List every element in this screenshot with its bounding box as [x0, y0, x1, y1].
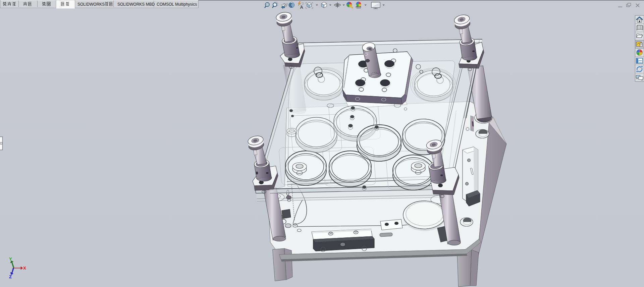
svg-text:Y: Y	[9, 256, 12, 262]
svg-text:SOLIDWORKS MBD: SOLIDWORKS MBD	[117, 2, 155, 7]
svg-text:Z: Z	[9, 274, 12, 279]
svg-text:COMSOL Multiphysics: COMSOL Multiphysics	[157, 2, 197, 7]
svg-text:X: X	[23, 266, 26, 271]
svg-text:A: A	[300, 5, 304, 10]
svg-text:SOLIDWORKS: SOLIDWORKS	[77, 2, 105, 7]
